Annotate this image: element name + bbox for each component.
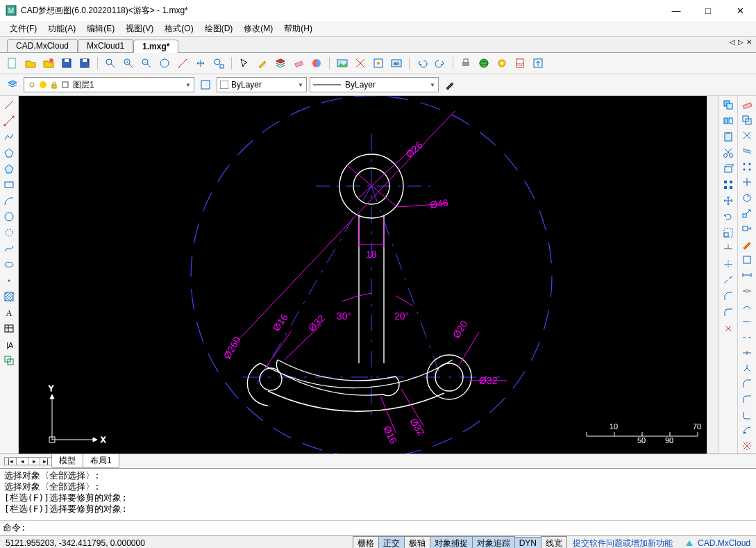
rotate-cube-icon[interactable] <box>720 161 737 176</box>
toggle-lweight[interactable]: 线宽 <box>541 536 567 549</box>
close-button[interactable]: ✕ <box>724 0 756 21</box>
mtext-icon[interactable]: |A <box>1 337 17 352</box>
extend2-icon[interactable] <box>739 268 755 283</box>
save-icon[interactable] <box>58 55 75 72</box>
erase-icon[interactable] <box>290 55 307 72</box>
menu-edit[interactable]: 编辑(E) <box>81 22 120 36</box>
scale-icon[interactable] <box>720 225 737 240</box>
layout-tab-1[interactable]: 布局1 <box>83 454 119 468</box>
command-log[interactable]: 选择对象〈全部选择〉: 选择对象〈全部选择〉: [栏选(F)]选择要修剪的对象:… <box>0 468 756 520</box>
layout-last-icon[interactable]: ▸| <box>40 458 51 465</box>
explode2-icon[interactable] <box>739 439 755 454</box>
chamfer-icon[interactable] <box>720 289 737 304</box>
zoom-in-icon[interactable]: + <box>120 55 137 72</box>
join-icon[interactable] <box>739 299 755 313</box>
explode-icon[interactable] <box>720 321 737 336</box>
rotate2-icon[interactable] <box>739 190 755 205</box>
fillet2-icon[interactable] <box>739 392 755 407</box>
layer-manager-icon[interactable] <box>4 76 21 93</box>
saveas-icon[interactable] <box>76 55 93 72</box>
3dfillet-icon[interactable] <box>739 408 755 422</box>
zoom-window-icon[interactable] <box>102 55 119 72</box>
minimize-button[interactable]: — <box>660 0 692 21</box>
pencool-icon[interactable] <box>739 237 755 251</box>
trim-icon[interactable] <box>720 241 737 256</box>
brush-icon[interactable] <box>442 76 458 93</box>
menu-draw[interactable]: 绘图(D) <box>199 22 239 36</box>
edit-icon[interactable] <box>254 55 271 72</box>
arcfit-icon[interactable] <box>739 423 755 438</box>
paste-icon[interactable] <box>720 129 737 144</box>
tab-nav-left[interactable]: ◁ <box>730 38 735 46</box>
prop-icon[interactable] <box>197 76 214 93</box>
rotate-icon[interactable] <box>720 209 737 224</box>
break2-icon[interactable] <box>739 330 755 344</box>
new-icon[interactable] <box>4 55 21 72</box>
scale2-icon[interactable] <box>739 206 755 220</box>
tool-a-icon[interactable] <box>352 55 369 72</box>
tool-b-icon[interactable] <box>370 55 387 72</box>
rectangle-icon[interactable] <box>1 177 17 192</box>
arc-icon[interactable] <box>1 193 17 208</box>
spline-icon[interactable] <box>1 241 17 256</box>
globe-icon[interactable] <box>476 55 492 72</box>
tab-nav-close[interactable]: ✕ <box>746 38 752 46</box>
offset-icon[interactable] <box>739 144 755 158</box>
layout-prev-icon[interactable]: ◂ <box>17 458 28 465</box>
polygon2-icon[interactable] <box>1 161 17 176</box>
array-icon[interactable] <box>720 177 737 192</box>
zoom-out-icon[interactable]: - <box>138 55 155 72</box>
vertical-scrollbar[interactable] <box>707 96 719 454</box>
layout-next-icon[interactable]: ▸ <box>28 458 40 465</box>
fillet-icon[interactable] <box>720 305 737 320</box>
measure-icon[interactable] <box>174 55 191 72</box>
break-icon[interactable] <box>720 273 737 288</box>
zoom-all-icon[interactable] <box>156 55 173 72</box>
block-icon[interactable] <box>1 353 17 368</box>
redo-icon[interactable] <box>432 55 448 72</box>
revcloud-icon[interactable] <box>1 225 17 240</box>
eraser-icon[interactable] <box>739 97 755 112</box>
copy-icon[interactable] <box>720 97 737 113</box>
export-icon[interactable] <box>530 55 546 72</box>
open-icon[interactable] <box>22 55 39 72</box>
layer-combo[interactable]: 图层1 ▼ <box>24 77 194 92</box>
move-icon[interactable] <box>720 193 737 208</box>
toggle-polar[interactable]: 极轴 <box>404 536 430 549</box>
extend-icon[interactable] <box>720 257 737 272</box>
text-icon[interactable]: A <box>1 305 17 320</box>
tab-nav-right[interactable]: ▷ <box>738 38 744 46</box>
circle-icon[interactable] <box>1 209 17 224</box>
ray-icon[interactable] <box>1 113 17 128</box>
mirror-v-icon[interactable] <box>720 113 737 128</box>
linetype-combo[interactable]: ByLayer ▼ <box>310 77 439 92</box>
delete-point-icon[interactable] <box>739 283 755 298</box>
lengthen-icon[interactable] <box>739 315 755 329</box>
label-icon[interactable]: ab <box>388 55 405 72</box>
toggle-otrack[interactable]: 对象追踪 <box>472 536 515 549</box>
toggle-dyn[interactable]: DYN <box>514 537 541 548</box>
image-icon[interactable] <box>334 55 351 72</box>
doc-tab-1[interactable]: MxCloud1 <box>78 39 133 52</box>
toggle-ortho[interactable]: 正交 <box>378 536 405 549</box>
doc-tab-0[interactable]: CAD.MxCloud <box>7 39 78 52</box>
layers-icon[interactable] <box>272 55 289 72</box>
table-icon[interactable] <box>1 321 17 336</box>
chamfer2-icon[interactable] <box>739 376 755 391</box>
menu-function[interactable]: 功能(A) <box>42 22 81 36</box>
polygon-icon[interactable] <box>1 145 17 160</box>
polyline-icon[interactable] <box>1 129 17 144</box>
maximize-button[interactable]: □ <box>692 0 724 21</box>
line-icon[interactable] <box>1 97 17 113</box>
move2-icon[interactable] <box>739 175 755 190</box>
select-icon[interactable] <box>236 55 253 72</box>
array2-icon[interactable] <box>739 159 755 174</box>
pan-icon[interactable] <box>192 55 209 72</box>
menu-format[interactable]: 格式(O) <box>159 22 199 36</box>
layout-first-icon[interactable]: |◂ <box>5 458 17 465</box>
ellipse-icon[interactable] <box>1 257 17 272</box>
drawing-canvas[interactable]: Ø26 Ø46 18 30° 20° Ø260 Ø16 Ø32 Ø20 Ø32 … <box>19 96 707 454</box>
menu-file[interactable]: 文件(F) <box>4 22 42 36</box>
pdf-icon[interactable]: PDF <box>512 55 528 72</box>
print-icon[interactable] <box>457 55 474 72</box>
